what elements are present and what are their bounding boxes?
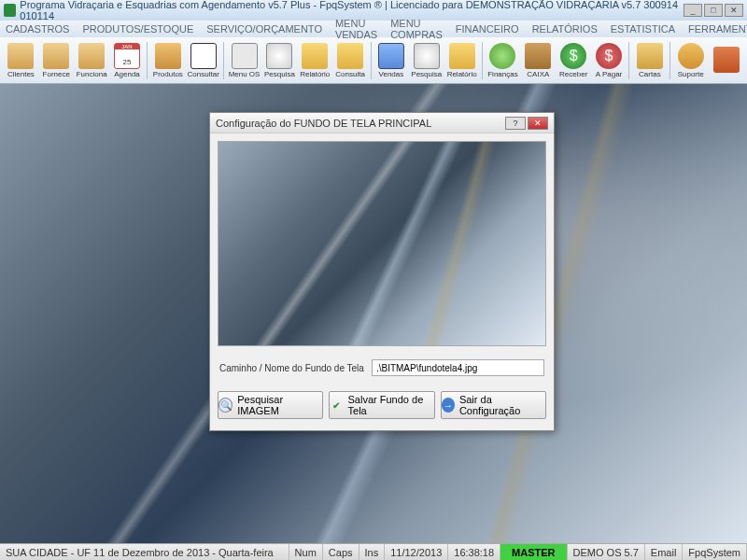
menu-produtosestoque[interactable]: PRODUTOS/ESTOQUE (82, 23, 193, 35)
toolbar-pesquisa[interactable]: Pesquisa (262, 39, 297, 82)
support-icon (678, 43, 704, 69)
menu-serviooramento[interactable]: SERVIÇO/ORÇAMENTO (206, 23, 322, 35)
toolbar-caixa[interactable]: CAIXA (521, 39, 556, 82)
people-icon (43, 43, 69, 69)
background-preview (218, 141, 546, 346)
toolbar-pesquisa[interactable]: Pesquisa (409, 39, 444, 82)
exit-config-button[interactable]: → Sair da Configuração (441, 391, 546, 419)
dialog-close-button[interactable]: ✕ (528, 117, 548, 130)
money2-icon (525, 43, 551, 69)
toolbar-produtos[interactable]: Produtos (150, 39, 185, 82)
toolbar-finanças[interactable]: Finanças (486, 39, 520, 82)
toolbar-clientes[interactable]: Clientes (4, 39, 38, 82)
search-icon (414, 43, 440, 69)
toolbar-relatório[interactable]: Relatório (444, 39, 479, 82)
cal-icon (114, 43, 140, 69)
status-demo: DEMO OS 5.7 (568, 544, 645, 560)
toolbar-consultar[interactable]: Consultar (186, 39, 220, 82)
background-config-dialog: Configuração do FUNDO DE TELA PRINCIPAL … (209, 112, 555, 431)
path-input[interactable] (372, 359, 544, 376)
status-city: SUA CIDADE - UF 11 de Dezembro de 2013 -… (0, 544, 289, 560)
clip-icon (232, 43, 258, 69)
status-date: 11/12/2013 (385, 544, 448, 560)
menu-cadastros[interactable]: CADASTROS (6, 23, 69, 35)
toolbar-relatório[interactable]: Relatório (298, 39, 332, 82)
toolbar-agenda[interactable]: Agenda (110, 39, 145, 82)
close-button[interactable]: ✕ (725, 4, 743, 17)
toolbar-receber[interactable]: $Receber (557, 39, 591, 82)
toolbar-vendas[interactable]: Vendas (374, 39, 409, 82)
search-icon (266, 43, 292, 69)
folder-icon (337, 43, 363, 69)
toolbar-suporte[interactable]: Suporte (673, 39, 708, 82)
money-icon (489, 43, 515, 69)
box-icon (155, 43, 181, 69)
menu-estatistica[interactable]: ESTATISTICA (611, 23, 675, 35)
toolbar-consulta[interactable]: Consulta (333, 39, 368, 82)
toolbar-exit[interactable] (709, 39, 743, 82)
dialog-titlebar: Configuração do FUNDO DE TELA PRINCIPAL … (210, 113, 554, 133)
monitor-icon (378, 43, 404, 69)
menu-menucompras[interactable]: MENU COMPRAS (390, 18, 443, 40)
magnifier-icon: 🔍 (218, 398, 233, 413)
people-icon (7, 43, 34, 69)
status-ins: Ins (359, 544, 386, 560)
status-master: MASTER (500, 544, 567, 560)
dialog-title: Configuração do FUNDO DE TELA PRINCIPAL (216, 118, 431, 129)
path-label: Caminho / Nome do Fundo de Tela (219, 363, 364, 373)
arrow-right-icon: → (442, 398, 455, 413)
maximize-button[interactable]: □ (704, 4, 723, 17)
app-icon (4, 4, 16, 17)
barcode-icon (190, 43, 217, 69)
statusbar: SUA CIDADE - UF 11 de Dezembro de 2013 -… (0, 543, 747, 560)
toolbar-apagar[interactable]: $A Pagar (592, 39, 627, 82)
status-caps: Caps (323, 544, 359, 560)
coin2-icon: $ (596, 43, 622, 69)
exit-icon (713, 47, 740, 73)
coin-icon: $ (560, 43, 586, 69)
status-email[interactable]: Email (645, 544, 684, 560)
menu-menuvendas[interactable]: MENU VENDAS (335, 18, 377, 40)
window-controls: _ □ ✕ (684, 4, 743, 17)
search-image-button[interactable]: 🔍 Pesquisar IMAGEM (218, 391, 323, 419)
status-time: 16:38:18 (448, 544, 500, 560)
toolbar-fornece[interactable]: Fornece (39, 39, 74, 82)
menu-financeiro[interactable]: FINANCEIRO (456, 23, 519, 35)
toolbar: ClientesForneceFuncionaAgendaProdutosCon… (0, 37, 747, 84)
desktop-background: Configuração do FUNDO DE TELA PRINCIPAL … (0, 84, 747, 543)
people-icon (78, 43, 105, 69)
dialog-help-button[interactable]: ? (505, 117, 526, 130)
menu-relatrios[interactable]: RELATÓRIOS (532, 23, 598, 35)
menu-ferramentas[interactable]: FERRAMENTAS (688, 23, 747, 35)
toolbar-menuos[interactable]: Menu OS (227, 39, 261, 82)
save-background-button[interactable]: ✔ Salvar Fundo de Tela (329, 391, 434, 419)
status-num: Num (289, 544, 323, 560)
checkmark-icon: ✔ (330, 398, 343, 413)
folder-icon (449, 43, 475, 69)
status-fpq[interactable]: FpqSystem (683, 544, 747, 560)
menubar: CADASTROSPRODUTOS/ESTOQUESERVIÇO/ORÇAMEN… (0, 21, 747, 37)
toolbar-funciona[interactable]: Funciona (75, 39, 109, 82)
folder-icon (302, 43, 328, 69)
toolbar-cartas[interactable]: Cartas (632, 39, 667, 82)
minimize-button[interactable]: _ (684, 4, 702, 17)
card-icon (637, 43, 663, 69)
